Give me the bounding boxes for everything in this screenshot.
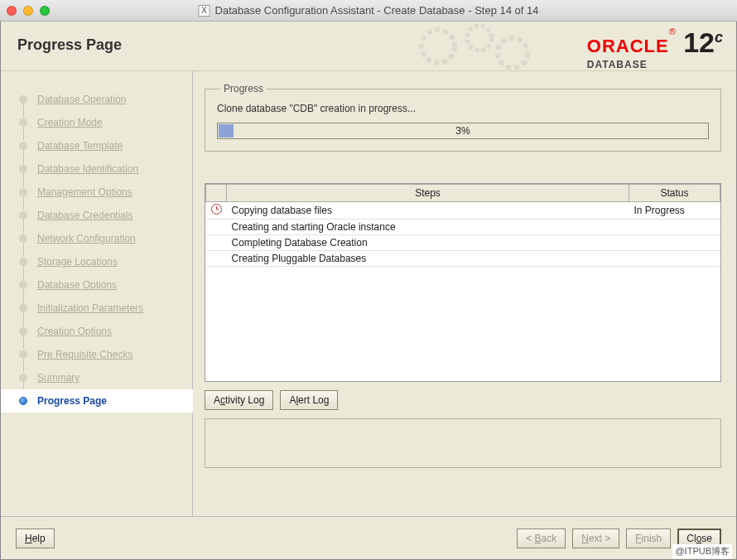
wizard-step-1: Creation Mode: [19, 111, 192, 134]
step-label: Management Options: [37, 186, 132, 198]
table-row[interactable]: Creating and starting Oracle instance: [206, 220, 720, 235]
clock-icon: [211, 204, 222, 215]
svg-point-0: [421, 30, 455, 63]
step-bullet-icon: [19, 95, 27, 104]
step-name: Creating Pluggable Databases: [227, 251, 629, 267]
step-label: Database Credentials: [37, 210, 132, 221]
wizard-step-0: Database Operation: [19, 88, 192, 111]
step-label: Initialization Parameters: [37, 302, 143, 314]
progress-message: Clone database "CDB" creation in progres…: [217, 103, 709, 114]
step-bullet-icon: [19, 397, 27, 405]
step-name: Copying database files: [227, 202, 629, 220]
step-bullet-icon: [19, 327, 27, 336]
col-icon-header: [206, 185, 227, 202]
svg-point-2: [498, 38, 527, 68]
watermark: @ITPUB博客: [672, 544, 732, 558]
wizard-step-11: Pre Requisite Checks: [19, 343, 192, 366]
step-bullet-icon: [19, 165, 27, 173]
step-label: Pre Requisite Checks: [37, 349, 132, 360]
step-bullet-icon: [19, 211, 27, 220]
oracle-logo: ORACLE® 12c DATABASE: [587, 27, 723, 70]
minimize-window-icon[interactable]: [23, 6, 33, 16]
wizard-step-10: Creation Options: [19, 320, 192, 343]
footer: Help < Back Next > Finish Close: [1, 516, 736, 559]
step-bullet-icon: [19, 350, 27, 359]
step-label: Summary: [37, 372, 79, 384]
header: Progress Page ORACLE® 12c DATABASE: [1, 22, 736, 71]
step-bullet-icon: [19, 142, 27, 150]
wizard-step-3: Database Identification: [19, 157, 192, 181]
page-title: Progress Page: [17, 36, 122, 54]
step-label: Progress Page: [37, 395, 107, 407]
step-bullet-icon: [19, 118, 27, 127]
back-button: < Back: [517, 529, 566, 548]
col-steps-header[interactable]: Steps: [227, 185, 629, 202]
step-label: Creation Options: [37, 326, 112, 337]
next-button: Next >: [572, 529, 619, 548]
step-bullet-icon: [19, 374, 27, 382]
app-icon: X: [199, 5, 210, 17]
step-status: [629, 235, 720, 251]
step-bullet-icon: [19, 304, 27, 312]
steps-table: Steps Status Copying database filesIn Pr…: [205, 183, 721, 382]
finish-button: Finish: [626, 529, 671, 548]
svg-point-1: [467, 26, 492, 51]
wizard-sidebar: Database OperationCreation ModeDatabase …: [1, 71, 193, 516]
zoom-window-icon[interactable]: [40, 6, 50, 16]
step-label: Database Operation: [37, 94, 126, 105]
table-row[interactable]: Completing Database Creation: [206, 235, 720, 251]
wizard-step-6: Network Configuration: [19, 227, 192, 250]
wizard-step-8: Database Options: [19, 273, 192, 297]
brand-sub: DATABASE: [587, 59, 723, 70]
wizard-step-9: Initialization Parameters: [19, 297, 192, 320]
titlebar: X Database Configuration Assistant - Cre…: [0, 0, 737, 22]
progress-legend: Progress: [220, 83, 267, 94]
step-bullet-icon: [19, 281, 27, 289]
step-bullet-icon: [19, 258, 27, 266]
wizard-step-4: Management Options: [19, 181, 192, 204]
step-name: Creating and starting Oracle instance: [227, 220, 629, 235]
table-row[interactable]: Copying database filesIn Progress: [206, 202, 720, 220]
step-status: In Progress: [629, 202, 720, 220]
step-status: [629, 251, 720, 267]
step-bullet-icon: [19, 234, 27, 243]
col-status-header[interactable]: Status: [629, 185, 720, 202]
gears-decoration-icon: [405, 22, 554, 71]
progress-percent: 3%: [218, 125, 708, 137]
brand-name: ORACLE: [587, 36, 669, 56]
progress-group: Progress Clone database "CDB" creation i…: [205, 83, 721, 152]
alert-log-button[interactable]: Alert Log: [280, 390, 338, 410]
step-label: Database Identification: [37, 163, 138, 175]
wizard-step-2: Database Template: [19, 134, 192, 157]
window-title: Database Configuration Assistant - Creat…: [215, 4, 539, 17]
help-button[interactable]: Help: [16, 529, 55, 548]
step-label: Database Options: [37, 279, 117, 291]
activity-log-button[interactable]: Activity Log: [205, 390, 273, 410]
wizard-step-13: Progress Page: [1, 389, 193, 413]
step-label: Creation Mode: [37, 117, 103, 128]
progress-bar: 3%: [217, 123, 709, 139]
wizard-step-7: Storage Locations: [19, 250, 192, 273]
step-status: [629, 220, 720, 235]
close-window-icon[interactable]: [7, 6, 17, 16]
step-bullet-icon: [19, 188, 27, 196]
wizard-step-12: Summary: [19, 366, 192, 389]
step-label: Database Template: [37, 140, 123, 152]
step-name: Completing Database Creation: [227, 235, 629, 251]
step-label: Storage Locations: [37, 256, 118, 268]
table-row[interactable]: Creating Pluggable Databases: [206, 251, 720, 267]
wizard-step-5: Database Credentials: [19, 204, 192, 227]
step-label: Network Configuration: [37, 233, 136, 244]
message-area: [205, 418, 721, 468]
